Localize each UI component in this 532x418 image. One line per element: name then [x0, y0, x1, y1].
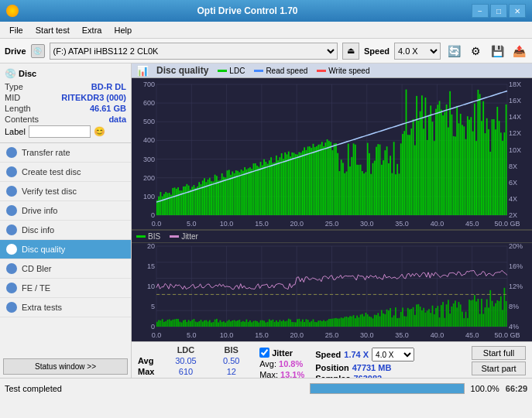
label-input[interactable] [29, 125, 91, 138]
save-icon[interactable]: 💾 [489, 43, 506, 60]
eject-icon[interactable]: ⏏ [342, 43, 359, 60]
sidebar-item-label: CD Bler [22, 264, 52, 273]
label-label: Label [5, 127, 26, 136]
samples-value: 763082 [354, 374, 383, 378]
menu-start-test[interactable]: Start test [29, 24, 76, 36]
stats-table: LDC BIS Avg 30.05 0.50 Max 610 12 Tota [135, 344, 252, 378]
label-icon[interactable]: 😊 [94, 126, 105, 137]
window-title: Opti Drive Control 1.70 [23, 5, 472, 16]
position-label: Position [315, 363, 348, 372]
action-buttons: Start full Start part [469, 344, 529, 377]
sidebar-item-create-test[interactable]: Create test disc [0, 163, 131, 182]
contents-label: Contents [5, 115, 39, 124]
menu-bar: File Start test Extra Help [0, 22, 532, 39]
sidebar-item-disc-quality[interactable]: Disc quality [0, 240, 131, 259]
legend-write-speed-label: Write speed [328, 67, 369, 75]
nav-items: Transfer rate Create test disc Verify te… [0, 143, 131, 355]
maximize-button[interactable]: □ [490, 4, 507, 18]
top-chart-canvas [132, 78, 532, 229]
sidebar-item-label: Disc quality [22, 245, 65, 254]
sidebar-item-cd-bler[interactable]: CD Bler [0, 259, 131, 279]
disc-panel-title: Disc [19, 69, 36, 78]
stats-row-1: LDC BIS Avg 30.05 0.50 Max 610 12 Tota [135, 344, 529, 378]
max-label: Max [135, 366, 160, 377]
sidebar-item-label: Extra tests [22, 303, 62, 312]
progress-percent: 100.0% [471, 384, 499, 393]
total-label: Total [135, 377, 160, 378]
jitter-avg: 10.8% [279, 359, 303, 368]
jitter-max-label: Max: [259, 370, 280, 378]
start-part-button[interactable]: Start part [472, 361, 526, 375]
export-icon[interactable]: 📤 [510, 43, 527, 60]
type-label: Type [5, 82, 23, 91]
drive-label: Drive [5, 46, 26, 56]
close-button[interactable]: ✕ [509, 4, 526, 18]
sidebar-item-disc-info[interactable]: Disc info [0, 221, 131, 240]
bottom-chart: BIS Jitter [132, 229, 532, 341]
start-full-button[interactable]: Start full [472, 346, 526, 360]
avg-ldc: 30.05 [160, 355, 211, 366]
legend-bis-color [136, 235, 146, 238]
menu-extra[interactable]: Extra [76, 24, 108, 36]
sidebar-item-transfer-rate[interactable]: Transfer rate [0, 143, 131, 163]
sidebar-item-drive-info[interactable]: Drive info [0, 201, 131, 221]
status-window-button[interactable]: Status window >> [3, 358, 128, 375]
drive-select[interactable]: (F:) ATAPI iHBS112 2 CL0K [50, 43, 338, 60]
sidebar-item-label: Transfer rate [22, 148, 70, 157]
minimize-button[interactable]: − [472, 4, 489, 18]
length-value: 46.61 GB [90, 104, 126, 113]
disc-panel-icon: 💿 [5, 68, 15, 79]
legend-bis: BIS [136, 232, 160, 241]
main-content: 💿 Disc Type BD-R DL MID RITEKDR3 (000) L… [0, 63, 532, 378]
bottom-chart-canvas [132, 243, 532, 341]
stats-bis-header: BIS [211, 344, 252, 355]
avg-bis: 0.50 [211, 355, 252, 366]
disc-panel: 💿 Disc Type BD-R DL MID RITEKDR3 (000) L… [0, 63, 131, 143]
drive-info-icon [6, 205, 17, 216]
jitter-label: Jitter [272, 348, 293, 358]
sidebar-item-verify-test[interactable]: Verify test disc [0, 182, 131, 201]
speed-label: Speed [364, 46, 390, 56]
refresh-icon[interactable]: 🔄 [445, 43, 462, 60]
sidebar-item-label: FE / TE [22, 283, 50, 293]
main-panel: 📊 Disc quality LDC Read speed Write spee… [132, 63, 532, 378]
drive-icon: 💿 [31, 44, 45, 58]
sidebar-item-label: Drive info [22, 206, 57, 215]
jitter-section: Jitter Avg: 10.8% Max: 13.1% [256, 344, 307, 378]
title-buttons: − □ ✕ [472, 4, 526, 18]
jitter-checkbox[interactable] [259, 348, 269, 358]
legend-jitter: Jitter [170, 232, 198, 241]
settings-icon[interactable]: ⚙ [467, 43, 484, 60]
total-ldc: 22951911 [160, 377, 211, 378]
progress-bar [310, 383, 465, 394]
sidebar-item-label: Create test disc [22, 167, 81, 176]
legend-ldc: LDC [218, 67, 245, 75]
speed-label: Speed [315, 350, 341, 359]
chart-header-icon: 📊 [136, 65, 147, 76]
status-text: Test completed [5, 384, 304, 393]
speed-select-stat[interactable]: 4.0 X [372, 348, 414, 361]
legend-read-speed-label: Read speed [266, 67, 307, 75]
mid-value: RITEKDR3 (000) [61, 93, 126, 102]
sidebar-item-fe-te[interactable]: FE / TE [0, 279, 131, 298]
length-label: Length [5, 104, 31, 113]
chart-header: 📊 Disc quality LDC Read speed Write spee… [132, 63, 532, 78]
speed-value: 1.74 X [344, 350, 369, 359]
mid-label: MID [5, 93, 20, 102]
stats-ldc-header: LDC [160, 344, 211, 355]
menu-help[interactable]: Help [108, 24, 138, 36]
stats-empty-header [135, 344, 160, 355]
speed-section: Speed 1.74 X 4.0 X Position 47731 MB Sam… [312, 344, 417, 378]
fe-te-icon [6, 283, 17, 293]
sidebar-item-label: Verify test disc [22, 187, 77, 196]
total-bis: 385279 [211, 377, 252, 378]
menu-file[interactable]: File [3, 24, 29, 36]
top-chart [132, 78, 532, 229]
extra-tests-icon [6, 302, 17, 313]
legend-read-speed-color [254, 70, 263, 72]
speed-select[interactable]: 4.0 X [394, 43, 441, 60]
create-test-icon [6, 166, 17, 177]
status-bar: Test completed 100.0% 66:29 [0, 378, 532, 398]
sidebar-item-extra-tests[interactable]: Extra tests [0, 298, 131, 317]
progress-bar-fill [311, 384, 464, 393]
